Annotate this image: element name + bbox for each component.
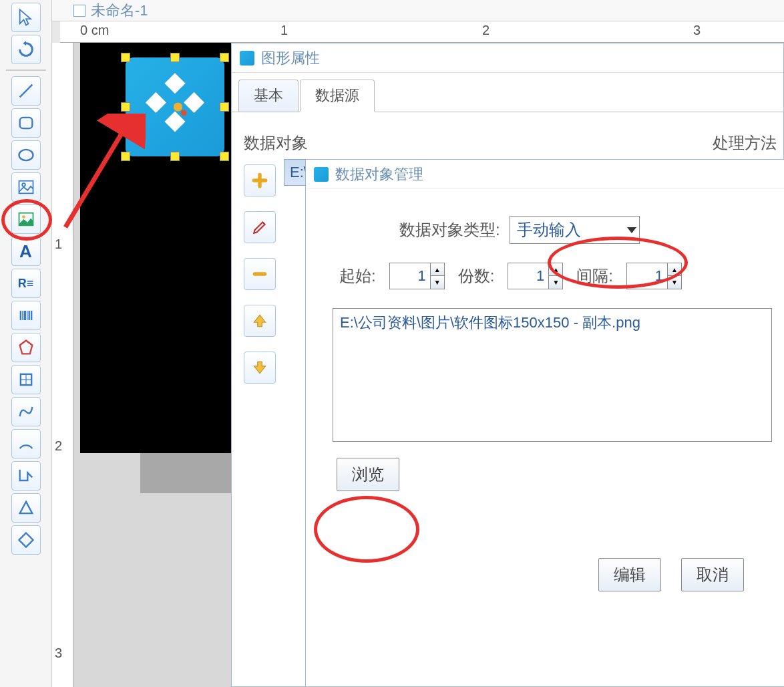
type-dropdown-value: 手动输入: [517, 219, 581, 241]
toolbar-separator: [6, 70, 46, 71]
selected-image-object[interactable]: [126, 57, 224, 156]
dialog-titlebar[interactable]: 图形属性: [232, 43, 783, 73]
shape-a-tool[interactable]: [11, 333, 41, 362]
resize-handle[interactable]: [121, 102, 130, 112]
cursor-tool[interactable]: [11, 3, 41, 32]
move-up-button[interactable]: [244, 305, 276, 337]
ruler-h-origin: 0 cm: [80, 23, 109, 38]
svg-rect-7: [19, 311, 21, 320]
properties-dialog: 图形属性 基本 数据源 数据对象: [231, 43, 784, 687]
document-tab-bar: 未命名-1: [52, 0, 784, 21]
resize-handle[interactable]: [170, 152, 180, 161]
sub-dialog-icon: [314, 167, 329, 182]
dialog-tabs: 基本 数据源: [232, 80, 783, 112]
svg-line-0: [19, 85, 32, 98]
spin-down-icon[interactable]: ▼: [431, 276, 444, 289]
spin-down-icon[interactable]: ▼: [668, 276, 681, 289]
resize-handle[interactable]: [220, 102, 229, 112]
resize-handle[interactable]: [220, 152, 229, 161]
arc-tool[interactable]: [11, 429, 41, 458]
sub-dialog-title: 数据对象管理: [335, 164, 423, 184]
svg-point-6: [22, 215, 25, 219]
document-tab-label: 未命名-1: [91, 1, 148, 21]
ruler-horizontal: 0 cm 1 2 3: [60, 21, 784, 43]
ruler-vertical: 1 2 3: [52, 43, 73, 687]
interval-value[interactable]: [627, 263, 667, 289]
browse-button[interactable]: 浏览: [337, 458, 399, 491]
rotate-tool[interactable]: [11, 35, 41, 64]
shape-b-tool[interactable]: [11, 365, 41, 394]
start-value[interactable]: [390, 263, 430, 289]
data-object-management-dialog: 数据对象管理 数据对象类型: 手动输入 起始: ▲▼ 份数:: [305, 159, 784, 687]
rich-text-tool[interactable]: R≡: [11, 269, 41, 298]
spin-up-icon[interactable]: ▲: [549, 263, 562, 276]
svg-rect-11: [28, 311, 29, 320]
ruler-v-mark: 2: [55, 438, 62, 454]
svg-point-21: [181, 110, 187, 116]
svg-rect-1: [19, 118, 32, 128]
svg-point-2: [19, 150, 33, 160]
svg-rect-10: [27, 311, 27, 320]
edit-button[interactable]: 编辑: [598, 558, 661, 591]
tab-basic[interactable]: 基本: [238, 80, 299, 112]
svg-rect-16: [164, 73, 185, 94]
rounded-rect-tool[interactable]: [11, 108, 41, 138]
ruler-h-mark: 3: [693, 23, 701, 38]
interval-input[interactable]: ▲▼: [626, 263, 682, 289]
svg-rect-12: [31, 311, 32, 320]
text-tool[interactable]: A: [11, 237, 41, 266]
move-down-button[interactable]: [244, 352, 276, 384]
barcode-tool[interactable]: [11, 301, 41, 330]
remove-button[interactable]: [244, 258, 276, 290]
svg-rect-19: [184, 92, 204, 113]
svg-rect-9: [23, 311, 26, 320]
resize-handle[interactable]: [121, 152, 130, 161]
svg-point-4: [22, 183, 25, 186]
svg-rect-8: [22, 311, 23, 320]
left-toolbar: A R≡: [0, 0, 52, 687]
count-input[interactable]: ▲▼: [508, 263, 563, 289]
diamond-tool[interactable]: [11, 525, 41, 555]
resize-handle[interactable]: [121, 53, 130, 62]
image-tool[interactable]: [11, 172, 41, 202]
ruler-h-mark: 2: [482, 23, 489, 38]
line-tool[interactable]: [11, 76, 41, 106]
triangle-tool[interactable]: [11, 493, 41, 523]
interval-label: 间隔:: [576, 265, 613, 287]
sub-dialog-titlebar[interactable]: 数据对象管理: [306, 160, 784, 189]
type-dropdown[interactable]: 手动输入: [510, 216, 640, 244]
document-tab[interactable]: 未命名-1: [65, 0, 156, 23]
process-method-label: 处理方法: [713, 132, 777, 154]
document-icon: [73, 5, 85, 17]
curve-tool[interactable]: [11, 397, 41, 426]
add-button[interactable]: [244, 164, 276, 196]
polyline-tool[interactable]: [11, 461, 41, 491]
edit-button[interactable]: [244, 211, 276, 243]
design-surface[interactable]: [80, 43, 231, 453]
spin-down-icon[interactable]: ▼: [549, 276, 562, 289]
ruler-h-mark: 1: [280, 23, 288, 38]
start-input[interactable]: ▲▼: [389, 263, 445, 289]
spin-up-icon[interactable]: ▲: [668, 263, 681, 276]
svg-point-20: [174, 102, 182, 111]
resize-handle[interactable]: [220, 53, 229, 62]
picture-tool[interactable]: [11, 204, 41, 234]
ellipse-tool[interactable]: [11, 140, 41, 170]
resize-handle[interactable]: [170, 53, 180, 62]
dialog-icon: [240, 51, 254, 65]
cancel-button[interactable]: 取消: [681, 558, 744, 591]
chevron-down-icon: [627, 227, 636, 233]
image-preview: [126, 57, 224, 156]
svg-rect-18: [146, 92, 166, 113]
content-textarea[interactable]: E:\公司资料\图片\软件图标150x150 - 副本.png: [333, 308, 772, 442]
ruler-v-mark: 3: [55, 646, 62, 661]
count-label: 份数:: [458, 265, 495, 287]
spin-up-icon[interactable]: ▲: [431, 263, 444, 276]
design-surface-shadow: [140, 453, 231, 493]
dialog-body: 数据对象: [232, 112, 783, 687]
count-value[interactable]: [508, 263, 548, 289]
tab-datasource[interactable]: 数据源: [300, 80, 375, 112]
start-label: 起始:: [339, 265, 376, 287]
data-object-label: 数据对象: [244, 132, 672, 154]
dialog-title: 图形属性: [261, 48, 320, 68]
